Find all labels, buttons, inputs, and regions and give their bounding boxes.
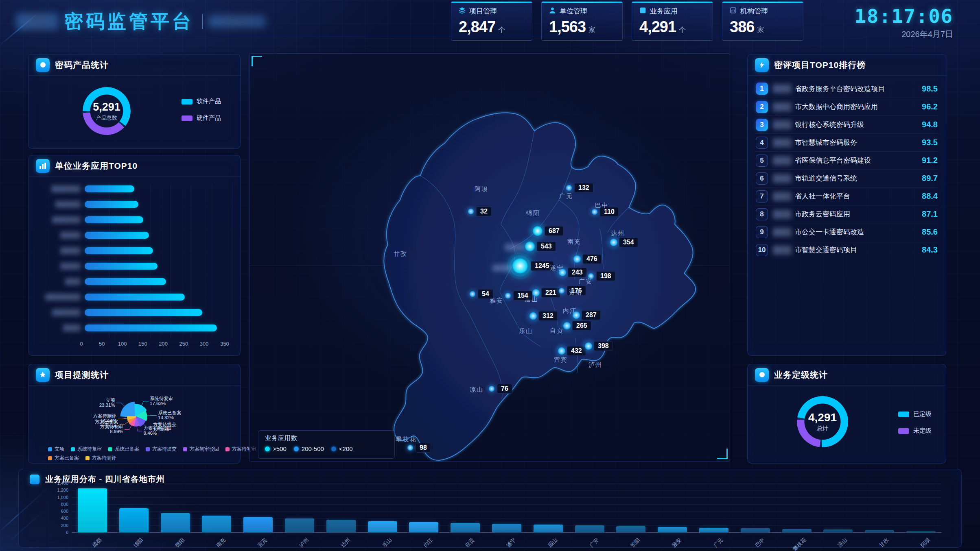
grading-total-value: 4,291 [808,411,837,424]
city-bar [161,513,190,532]
city-bar-label: 德阳 [173,536,186,549]
map-markers: 1245687绵阳543476南充432宜宾398泸州354达州312乐山287… [249,54,730,461]
svg-text:7.5%: 7.5% [107,424,118,429]
redacted-text-chip [55,201,81,208]
legend-item: 立项 [48,446,64,453]
grid-line [232,184,232,338]
panel-product-stats: 密码产品统计 5,291 产品总数 软件产品硬件产品 [28,54,241,149]
legend-swatch [108,447,112,451]
city-value-chip: 54 [478,289,493,299]
svg-text:17.63%: 17.63% [150,401,166,406]
hbar-label-redacted [36,247,85,254]
legend-swatch [225,447,230,451]
hbar-row [36,294,230,301]
city-value-chip: 687 [545,226,564,236]
legend-label: <200 [339,445,353,452]
city-value-chip: 543 [537,242,556,251]
hbar-row [36,232,230,239]
project-name: 市大数据中心商用密码应用 [795,102,922,111]
panel-header: 密码产品统计 [28,54,240,76]
city-bubble [489,386,495,392]
legend-item: 系统待复审 [71,446,102,453]
stat-card: 项目管理2,847个 [451,1,532,41]
city-bar [368,521,397,532]
city-bar [823,529,853,532]
panel-header: 密评项目TOP10排行榜 [748,54,946,76]
ranking-list: 1省政务服务平台密码改造项目98.52市大数据中心商用密码应用96.23银行核心… [748,76,946,259]
panel-title: 单位业务应用TOP10 [55,160,138,172]
legend-dot [294,446,299,451]
project-score: 94.8 [922,120,938,129]
city-name-label: 遂宁 [550,264,564,272]
bolt-icon [755,58,769,72]
map-panel: 1245687绵阳543476南充432宜宾398泸州354达州312乐山287… [249,53,730,462]
city-bar-label: 阿坝 [919,536,932,549]
city-value-chip: 132 [574,183,593,193]
redacted-city-name [505,244,523,251]
hbar-bar [85,201,138,208]
hbar-bar [85,325,217,331]
app-icon [639,7,646,16]
panel-header: 项目提测统计 [28,364,240,385]
city-bubble [505,293,511,299]
svg-text:9.46%: 9.46% [144,431,157,436]
city-bubble [585,342,593,350]
redacted-text-chip [773,84,792,93]
project-score: 91.2 [922,156,938,165]
hbar-track [85,325,230,331]
stat-card-label: 机构管理 [740,7,768,16]
panel-title: 密评项目TOP10排行榜 [774,59,866,71]
rank-badge: 7 [756,190,768,203]
legend-dot [331,446,336,451]
city-value-chip: 221 [541,288,560,298]
hbar-label-redacted [36,294,85,301]
stat-card-value: 2,847个 [459,19,525,35]
city-name-label: 乐山 [519,327,533,335]
ranking-row: 8市政务云密码应用87.1 [755,205,938,223]
city-value-chip: 265 [572,321,591,331]
stat-card-label-row: 单位管理 [549,7,615,16]
layers-icon [459,7,466,16]
rank-badge: 8 [756,208,768,220]
redacted-text-chip [52,309,81,316]
y-axis-tick: 0 [44,530,68,535]
map-legend: 业务应用数 >500200-500<200 [258,430,395,459]
city-bar [782,529,812,532]
city-value-chip: 98 [416,443,431,453]
legend-label: 方案已备案 [55,455,79,462]
legend-item: 硬件产品 [182,114,221,122]
city-bar [326,520,356,532]
map-legend-item: 200-500 [294,445,324,452]
user-icon [549,7,556,16]
redacted-text-chip [773,192,792,201]
redacted-text-chip [51,185,81,192]
redacted-text-chip [60,247,81,254]
city-bubble [468,209,474,215]
stat-card-label-row: 项目管理 [459,7,525,16]
redacted-text-chip [773,138,792,147]
legend-swatch [898,412,909,417]
legend-label: 已定级 [913,410,932,418]
hbar-row [36,247,230,254]
project-name: 市智慧城市密码服务 [795,138,922,147]
ranking-row: 1省政务服务平台密码改造项目98.5 [755,80,938,98]
hbar-bar [85,263,158,270]
stat-card-label-row: 业务应用 [639,7,705,16]
city-bubble [563,322,571,330]
unit-top10-x-axis: 050100150200250300350 [81,340,230,348]
redacted-text-chip [65,278,81,285]
hbar-label-redacted [36,216,85,223]
hbar-label-redacted [36,309,85,316]
rose-legend-row: 方案已备案方案待测评 [48,455,116,462]
city-bar-label: 资阳 [629,536,642,549]
ranking-row: 7省人社一体化平台88.4 [755,187,938,205]
y-axis-tick: 1,000 [44,495,68,500]
grading-donut-center: 4,291 总计 [797,396,848,447]
legend-swatch [146,447,150,451]
hbar-bar [85,309,202,316]
redacted-text-chip [773,120,792,129]
city-bar [741,528,770,532]
city-value-chip: 476 [582,254,602,264]
project-score: 96.2 [922,102,938,111]
city-bar [243,517,273,532]
